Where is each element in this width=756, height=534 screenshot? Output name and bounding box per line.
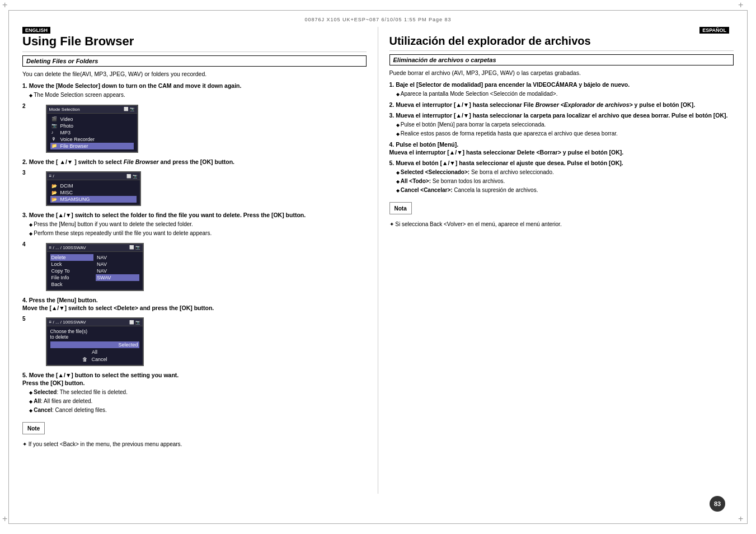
screen4-step-label: 4 bbox=[22, 241, 26, 247]
english-step-4: 4. Press the [Menu] button. Move the [▲/… bbox=[22, 296, 367, 312]
page: 00876J X105 UK+ESP~087 6/10/05 1:55 PM P… bbox=[0, 0, 756, 534]
english-step-5: 5. Move the [▲/▼] button to select the s… bbox=[22, 371, 367, 414]
step5-bullet-1: Selected: The selected file is deleted. bbox=[29, 388, 367, 396]
espanol-title: Utilización del explorador de archivos bbox=[389, 35, 734, 47]
esp-step5-bullet-2: All <Todo>: Se borran todos los archivos… bbox=[396, 177, 734, 185]
filebrowser-icon: 📁 bbox=[51, 143, 58, 148]
espanol-step-1: 1. Baje el [Selector de modalidad] para … bbox=[389, 81, 734, 98]
espanol-step-2: 2. Mueva el interruptor [▲/▼] hasta sele… bbox=[389, 101, 734, 109]
screen2-item-mp3: ♪ MP3 bbox=[50, 129, 134, 136]
esp-step5-num: 5. bbox=[389, 160, 395, 166]
esp-step1-num: 1. bbox=[389, 81, 395, 88]
espanol-divider bbox=[389, 50, 734, 51]
esp-step3-text: Mueva el interruptor [▲/▼] hasta selecci… bbox=[396, 112, 727, 119]
screen2-item-photo: 📷 Photo bbox=[50, 123, 134, 129]
corner-bl bbox=[4, 518, 16, 530]
espanol-note: Nota ✦ Si selecciona Back <Volver> en el… bbox=[389, 198, 734, 228]
screen2-icons: ⬜ 📷 bbox=[124, 107, 135, 111]
step2-text: Move the [ ▲/▼ ] switch to select File B… bbox=[29, 158, 234, 165]
screen4-file1: NAV bbox=[96, 254, 139, 261]
esp-step5-bullets: Selected <Seleccionado>: Se borra el arc… bbox=[396, 168, 734, 194]
screen4-files: NAV NAV NAV SWAV bbox=[93, 254, 139, 288]
espanol-section-heading: Eliminación de archivos o carpetas bbox=[389, 54, 734, 65]
screen2-item-voice: 🎙 Voice Recorder bbox=[50, 136, 134, 143]
columns: ENGLISH Using File Browser Deleting File… bbox=[22, 27, 734, 494]
meta-line: 00876J X105 UK+ESP~087 6/10/05 1:55 PM P… bbox=[22, 17, 734, 22]
step1-text: Move the [Mode Selector] down to turn on… bbox=[29, 82, 242, 89]
esp-step1-bullets: Aparece la pantalla Mode Selection <Sele… bbox=[396, 90, 734, 98]
step5-num: 5. bbox=[22, 372, 27, 378]
espanol-badge: ESPAÑOL bbox=[699, 27, 729, 34]
misc-folder-icon: 📂 bbox=[51, 190, 58, 195]
screen5-icons: ⬜ 📷 bbox=[129, 320, 140, 325]
screen2-titlebar: Mode Selection ⬜ 📷 bbox=[47, 106, 137, 114]
screen2-body: 🎬 Video 📷 Photo ♪ MP3 🎙 Voice Recorder bbox=[47, 114, 137, 152]
screen2-item-filebrowser: 📁 File Browser bbox=[50, 143, 134, 149]
screen4-back: Back bbox=[50, 281, 94, 288]
espanol-note-box: Nota bbox=[389, 202, 412, 214]
mp3-icon: ♪ bbox=[51, 130, 58, 135]
screen4-copyto: Copy To bbox=[50, 268, 94, 274]
screen4-icon2: 📷 bbox=[135, 245, 140, 250]
english-note-box: Note bbox=[22, 422, 45, 434]
border-top bbox=[8, 10, 748, 11]
esp-step3-bullet-1: Pulse el botón [Menú] para borrar la car… bbox=[396, 121, 734, 129]
corner-tr bbox=[740, 4, 752, 16]
english-title: Using File Browser bbox=[22, 35, 367, 48]
screen4-icons: ⬜ 📷 bbox=[129, 245, 140, 250]
screen5-icon1: ⬜ bbox=[129, 320, 134, 325]
step3-bullets: Press the [Menu] button if you want to d… bbox=[29, 221, 367, 237]
screen4-icon1: ⬜ bbox=[129, 245, 134, 250]
esp-step1-text: Baje el [Selector de modalidad] para enc… bbox=[396, 81, 630, 88]
step3-bullet-1: Press the [Menu] button if you want to d… bbox=[29, 221, 367, 228]
esp-step3-num: 3. bbox=[389, 112, 395, 119]
english-note-text: ✦ If you select <Back> in the menu, the … bbox=[22, 441, 367, 448]
espanol-intro: Puede borrar el archivo (AVI, MP3, JPEG,… bbox=[389, 69, 734, 77]
screen2-step-label: 2 bbox=[22, 103, 26, 109]
screen5-title: ≡ / ... / 100SSWAV bbox=[49, 320, 86, 325]
english-step-1: 1. Move the [Mode Selector] down to turn… bbox=[22, 82, 367, 99]
dcim-folder-icon: 📂 bbox=[51, 184, 58, 189]
screen4-lock: Lock bbox=[50, 261, 94, 268]
screen4-body: Delete Lock Copy To File Info Back NAV N… bbox=[47, 252, 143, 290]
photo-icon: 📷 bbox=[51, 123, 58, 128]
esp-step4-num: 4. bbox=[389, 141, 395, 148]
english-badge: ENGLISH bbox=[22, 27, 50, 34]
screen3-icon1: ⬜ bbox=[126, 174, 132, 179]
border-bottom bbox=[8, 523, 748, 524]
screen4: ≡ / ... / 100SSWAV ⬜ 📷 Delete Lock Copy … bbox=[46, 243, 144, 291]
esp-step1-bullet-1: Aparece la pantalla Mode Selection <Sele… bbox=[396, 90, 734, 98]
english-note: Note ✦ If you select <Back> in the menu,… bbox=[22, 418, 367, 448]
screen4-file2: NAV bbox=[96, 261, 139, 268]
video-icon: 🎬 bbox=[51, 116, 58, 121]
step5-bullets: Selected: The selected file is deleted. … bbox=[29, 388, 367, 414]
english-divider bbox=[22, 51, 367, 52]
screen4-delete: Delete bbox=[50, 254, 94, 261]
screen5-icon2: 📷 bbox=[135, 320, 140, 325]
screen3-icons: ⬜ 📷 bbox=[126, 174, 138, 179]
screen5: ≡ / ... / 100SSWAV ⬜ 📷 Choose the file(s… bbox=[46, 317, 144, 366]
screen5-options: Selected All 🗑Cancel bbox=[50, 341, 139, 363]
screen3-item-msamsung: 📂 MSAMSUNG bbox=[50, 196, 137, 203]
screen4-menu: Delete Lock Copy To File Info Back bbox=[50, 254, 94, 288]
english-column: ENGLISH Using File Browser Deleting File… bbox=[22, 27, 378, 494]
esp-step4-text: Pulse el botón [Menú]. Mueva el interrup… bbox=[389, 141, 624, 156]
espanol-step-3: 3. Mueva el interruptor [▲/▼] hasta sele… bbox=[389, 111, 734, 138]
screen3-item-dcim: 📂 DCIM bbox=[50, 182, 137, 189]
screen4-fileinfo: File Info bbox=[50, 274, 94, 281]
espanol-step-5: 5. Mueva el botón [▲/▼] hasta selecciona… bbox=[389, 159, 734, 194]
screen2-icon2: 📷 bbox=[130, 107, 135, 111]
esp-step3-bullets: Pulse el botón [Menú] para borrar la car… bbox=[396, 121, 734, 138]
screen2-icon1: ⬜ bbox=[124, 107, 129, 111]
screen5-all: All bbox=[50, 349, 139, 355]
screen2-title: Mode Selection bbox=[49, 107, 80, 112]
screen5-prompt: Choose the file(s)to delete bbox=[50, 329, 139, 340]
esp-step3-bullet-2: Realice estos pasos de forma repetida ha… bbox=[396, 130, 734, 138]
step5-bullet-3: Cancel: Cancel deleting files. bbox=[29, 406, 367, 414]
screen4-file4: SWAV bbox=[96, 274, 139, 281]
english-step-3: 3. Move the [▲/▼] switch to select the f… bbox=[22, 211, 367, 237]
english-intro: You can delete the file(AVI, MP3, JPEG, … bbox=[22, 70, 367, 78]
step5-text: Move the [▲/▼] button to select the sett… bbox=[22, 372, 179, 386]
esp-step5-bullet-1: Selected <Seleccionado>: Se borra el arc… bbox=[396, 168, 734, 176]
screen5-titlebar: ≡ / ... / 100SSWAV ⬜ 📷 bbox=[47, 318, 143, 326]
